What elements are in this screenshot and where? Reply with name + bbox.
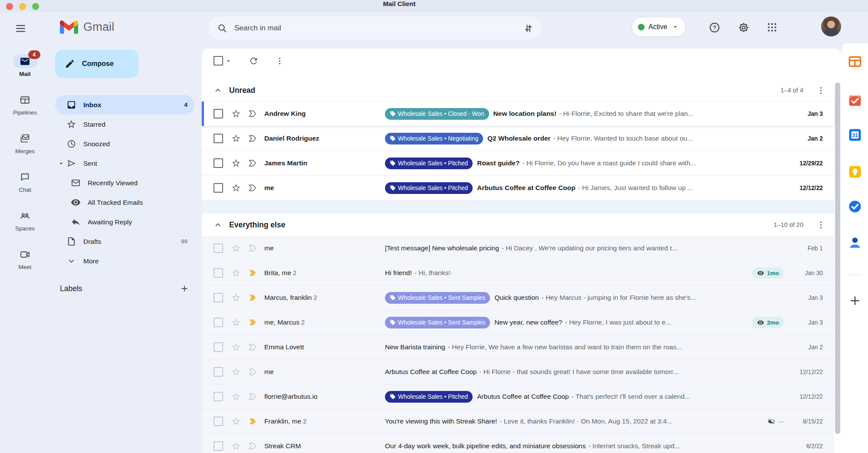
streak-box-icon[interactable] bbox=[248, 343, 257, 351]
select-all-checkbox[interactable] bbox=[214, 56, 223, 66]
select-dropdown-icon[interactable] bbox=[225, 57, 232, 65]
nav-rail-item-meet[interactable]: Meet bbox=[0, 247, 50, 286]
email-row[interactable]: Emma LovettNew Barista training- Hey Flo… bbox=[202, 335, 834, 360]
email-row[interactable]: James MartinWholesale Sales • PitchedRoa… bbox=[202, 151, 834, 176]
section-more-icon[interactable] bbox=[816, 220, 825, 230]
contacts-icon[interactable] bbox=[848, 235, 862, 250]
streak-tracked-mail-icon[interactable] bbox=[848, 93, 862, 108]
star-icon[interactable] bbox=[231, 134, 241, 143]
section-collapse-icon[interactable] bbox=[213, 220, 223, 230]
email-checkbox[interactable] bbox=[214, 134, 223, 143]
streak-box-icon[interactable] bbox=[248, 269, 257, 277]
star-icon[interactable] bbox=[231, 417, 241, 426]
email-row[interactable]: me, Marcus 2Wholesale Sales • Sent Sampl… bbox=[202, 310, 834, 335]
sidebar-item-awaiting-reply[interactable]: Awaiting Reply bbox=[55, 212, 194, 232]
streak-box-icon[interactable] bbox=[248, 134, 257, 143]
email-checkbox[interactable] bbox=[214, 158, 223, 168]
email-checkbox[interactable] bbox=[214, 417, 223, 426]
create-label-button[interactable] bbox=[180, 284, 189, 293]
sidebar-item-recently-viewed[interactable]: Recently Viewed bbox=[55, 173, 194, 193]
star-icon[interactable] bbox=[231, 367, 241, 377]
email-checkbox[interactable] bbox=[214, 441, 223, 451]
sidebar-item-sent[interactable]: Sent bbox=[55, 154, 194, 173]
nav-rail-item-pipelines[interactable]: Pipelines bbox=[0, 93, 50, 131]
section-collapse-icon[interactable] bbox=[213, 85, 223, 95]
email-checkbox[interactable] bbox=[214, 109, 223, 118]
main-menu-button[interactable] bbox=[15, 23, 26, 34]
compose-button[interactable]: Compose bbox=[55, 50, 138, 77]
nav-rail-item-mail[interactable]: 4Mail bbox=[0, 54, 50, 93]
streak-box-icon[interactable] bbox=[248, 318, 257, 327]
streak-box-icon[interactable] bbox=[248, 392, 257, 401]
settings-gear-icon[interactable] bbox=[738, 22, 750, 33]
streak-box-icon[interactable] bbox=[248, 184, 257, 192]
star-icon[interactable] bbox=[231, 293, 241, 302]
pipeline-label-pill[interactable]: Wholesale Sales • Negotiating bbox=[385, 133, 483, 144]
sidebar-item-all-tracked-emails[interactable]: All Tracked Emails bbox=[55, 193, 194, 212]
search-bar[interactable] bbox=[208, 16, 542, 40]
nav-rail-item-spaces[interactable]: Spaces bbox=[0, 209, 50, 247]
apps-grid-icon[interactable] bbox=[766, 22, 778, 33]
email-checkbox[interactable] bbox=[214, 367, 223, 377]
nav-rail-item-chat[interactable]: Chat bbox=[0, 170, 50, 209]
email-checkbox[interactable] bbox=[214, 293, 223, 302]
email-checkbox[interactable] bbox=[214, 392, 223, 401]
list-scrollbar[interactable] bbox=[835, 82, 840, 434]
email-checkbox[interactable] bbox=[214, 268, 223, 278]
email-row[interactable]: Brita, me 2Hi friend!- Hi, thanks!·1moJa… bbox=[202, 261, 834, 286]
email-row[interactable]: florrie@arbutus.ioWholesale Sales • Pitc… bbox=[202, 384, 834, 409]
tasks-icon[interactable] bbox=[848, 199, 862, 214]
sidebar-item-more[interactable]: More bbox=[55, 251, 194, 271]
streak-box-icon[interactable] bbox=[248, 244, 257, 253]
nav-rail-item-merges[interactable]: Merges bbox=[0, 131, 50, 170]
streak-box-icon[interactable] bbox=[248, 109, 257, 118]
star-icon[interactable] bbox=[231, 243, 241, 253]
star-icon[interactable] bbox=[231, 392, 241, 401]
help-icon[interactable]: ? bbox=[709, 22, 720, 33]
star-icon[interactable] bbox=[231, 158, 241, 168]
email-row[interactable]: meWholesale Sales • PitchedArbutus Coffe… bbox=[202, 176, 834, 200]
streak-box-icon[interactable] bbox=[248, 293, 257, 302]
email-checkbox[interactable] bbox=[214, 183, 223, 193]
search-input[interactable] bbox=[233, 23, 523, 33]
pipeline-label-pill[interactable]: Wholesale Sales • Closed - Won bbox=[385, 108, 489, 120]
sidebar-item-inbox[interactable]: Inbox4 bbox=[55, 95, 194, 115]
streak-box-icon[interactable] bbox=[248, 442, 257, 450]
get-addons-plus-icon[interactable] bbox=[848, 294, 861, 307]
email-row[interactable]: Andrew KingWholesale Sales • Closed - Wo… bbox=[202, 102, 834, 126]
email-checkbox[interactable] bbox=[214, 243, 223, 253]
pipeline-label-pill[interactable]: Wholesale Sales • Pitched bbox=[385, 391, 473, 403]
pipeline-label-pill[interactable]: Wholesale Sales • Pitched bbox=[385, 158, 473, 169]
email-row[interactable]: Franklin, me 2You're viewing this with S… bbox=[202, 409, 834, 434]
status-dropdown[interactable]: Active bbox=[631, 17, 686, 37]
email-checkbox[interactable] bbox=[214, 342, 223, 352]
star-icon[interactable] bbox=[231, 183, 241, 193]
collapse-caret-icon[interactable] bbox=[58, 160, 65, 167]
calendar-icon[interactable]: 31 bbox=[848, 128, 862, 142]
streak-box-icon[interactable] bbox=[248, 417, 257, 426]
search-options-icon[interactable] bbox=[523, 23, 534, 34]
search-icon[interactable] bbox=[217, 23, 227, 33]
sidebar-item-drafts[interactable]: Drafts99 bbox=[55, 232, 194, 251]
more-options-icon[interactable] bbox=[275, 56, 284, 66]
streak-box-icon[interactable] bbox=[248, 159, 257, 167]
star-icon[interactable] bbox=[231, 342, 241, 352]
sidebar-item-starred[interactable]: Starred bbox=[55, 115, 194, 134]
pipeline-label-pill[interactable]: Wholesale Sales • Pitched bbox=[385, 182, 473, 194]
streak-box-icon[interactable] bbox=[248, 368, 257, 376]
avatar[interactable] bbox=[821, 16, 841, 36]
section-more-icon[interactable] bbox=[816, 86, 825, 95]
star-icon[interactable] bbox=[231, 268, 241, 278]
star-icon[interactable] bbox=[231, 109, 241, 118]
pipeline-label-pill[interactable]: Wholesale Sales • Sent Samples bbox=[385, 317, 490, 328]
keep-icon[interactable] bbox=[848, 164, 862, 179]
email-row[interactable]: Marcus, franklin 2Wholesale Sales • Sent… bbox=[202, 286, 834, 310]
email-checkbox[interactable] bbox=[214, 318, 223, 327]
star-icon[interactable] bbox=[231, 318, 241, 327]
refresh-icon[interactable] bbox=[249, 56, 259, 66]
streak-pipelines-icon[interactable] bbox=[848, 54, 862, 69]
pipeline-label-pill[interactable]: Wholesale Sales • Sent Samples bbox=[385, 292, 490, 304]
email-row[interactable]: Daniel RodriguezWholesale Sales • Negoti… bbox=[202, 126, 834, 151]
star-icon[interactable] bbox=[231, 441, 241, 451]
email-row[interactable]: me[Test message] New wholesale pricing- … bbox=[202, 236, 834, 261]
